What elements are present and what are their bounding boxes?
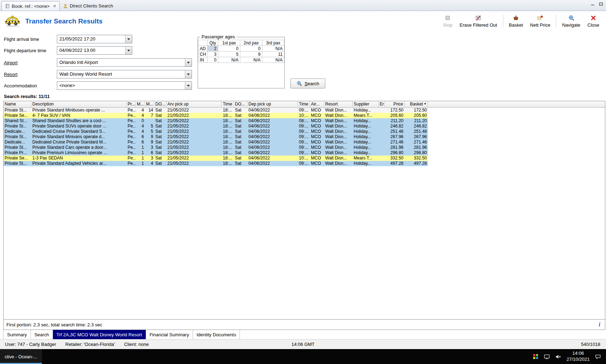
column-header-price-type[interactable]: Pr...	[127, 101, 136, 107]
result-row[interactable]: Private St...Private Standard Minivans o…	[4, 134, 428, 140]
bottom-tab-search[interactable]: Search	[31, 330, 53, 339]
bottom-tab-summary[interactable]: Summary	[3, 330, 31, 339]
column-header-arv-dow[interactable]: DO...	[154, 101, 166, 107]
pax-cell[interactable]: N/A	[262, 46, 284, 51]
field-label-accommodation: Accommodation	[4, 83, 57, 88]
column-header-basket[interactable]: Basket▼	[404, 101, 428, 107]
close-button[interactable]: Close	[584, 14, 602, 29]
chevron-down-icon[interactable]	[185, 59, 192, 66]
form-field-flight-departure-time: Flight departure time04/06/2022 13:00	[4, 46, 132, 55]
result-row[interactable]: Private St...Private Standard Minibuses …	[4, 108, 428, 113]
pax-cell[interactable]: N/A	[240, 57, 262, 63]
field-label-airport[interactable]: Airport	[4, 60, 57, 65]
flight-arrival-time-combobox[interactable]: 21/05/2022 17:20	[57, 35, 132, 43]
airport-combobox[interactable]: Orlando Intl Airport	[57, 58, 192, 67]
volume-muted-tray-icon[interactable]	[555, 354, 561, 360]
column-header-price[interactable]: Price	[385, 101, 404, 107]
pax-cell[interactable]: 0	[208, 57, 218, 63]
column-header-arv-pick-up[interactable]: Arv pick up	[166, 101, 222, 107]
pax-cell[interactable]: 5	[218, 51, 240, 57]
pax-cell[interactable]: 9	[240, 51, 262, 57]
bottom-tab-identity-documents[interactable]: Identity Documents	[193, 330, 240, 339]
result-row[interactable]: Shared St...Shared Standard Shuttles are…	[4, 118, 428, 124]
pax-cell[interactable]: N/A	[262, 57, 284, 63]
pax-cell[interactable]: 11	[262, 51, 284, 57]
result-row[interactable]: Private St...Private Standard SUVs opera…	[4, 124, 428, 129]
pax-cell[interactable]: 3	[208, 51, 218, 57]
column-header-min-pax[interactable]: M...	[136, 101, 145, 107]
cell-basket: 497.28	[404, 161, 428, 166]
pax-cell[interactable]: 2	[208, 46, 218, 51]
column-header-dep-pick-up[interactable]: Dep pick up	[247, 101, 298, 107]
column-header-er[interactable]: Er	[379, 101, 385, 107]
cell-supplier: Holiday...	[353, 150, 379, 156]
chevron-down-icon[interactable]	[125, 35, 132, 43]
accommodation-combobox[interactable]: <none>	[57, 81, 192, 90]
column-header-description[interactable]: Description	[31, 101, 127, 107]
cell-er	[379, 118, 385, 124]
cell-er	[379, 129, 385, 134]
chevron-down-icon[interactable]	[185, 70, 192, 78]
column-header-dep-time[interactable]: Time	[298, 101, 310, 107]
navigate-button[interactable]: Navigate	[559, 14, 583, 29]
column-header-label: Time	[223, 102, 232, 107]
result-row[interactable]: Dedicate...Dedicated Cruise Private Stan…	[4, 140, 428, 145]
column-header-label: DO...	[155, 102, 165, 107]
pax-cell[interactable]: N/A	[218, 57, 240, 63]
chevron-down-icon[interactable]	[125, 47, 132, 54]
cell-supplier: Holiday...	[353, 161, 379, 166]
cell-max-pax: 3	[145, 156, 154, 161]
cell-resort: Walt Disn...	[324, 113, 353, 118]
navigate-icon	[568, 15, 574, 21]
column-header-dep-dow[interactable]: DO...	[234, 101, 247, 107]
window-maximize-button[interactable]	[599, 2, 603, 6]
column-header-filler	[428, 101, 605, 107]
pax-cell[interactable]: 0	[240, 46, 262, 51]
cell-basket: 172.50	[404, 108, 428, 113]
info-icon[interactable]: i	[599, 321, 600, 328]
column-header-supplier[interactable]: Supplier	[353, 101, 379, 107]
taskbar-app-button[interactable]: ctive - Ocean-...	[0, 349, 42, 364]
cell-basket: 281.96	[404, 145, 428, 150]
tab-label: Direct Clients Search	[70, 3, 113, 9]
chevron-down-icon[interactable]	[185, 82, 192, 89]
cell-name: Shared St...	[4, 118, 31, 124]
bottom-tab-financial-summary[interactable]: Financial Summary	[146, 330, 193, 339]
result-row[interactable]: Private Se...1-3 Pax SEDANPe...13Sat21/0…	[4, 156, 428, 161]
erase-filtered-out-button[interactable]: Erase Filtered Out	[456, 14, 500, 29]
stop-icon	[445, 15, 451, 21]
results-table-body: Private St...Private Standard Minibuses …	[4, 108, 605, 319]
cell-dep-dow: Sat	[234, 134, 247, 140]
resort-combobox[interactable]: Walt Disney World Resort	[57, 70, 192, 78]
taskbar-clock[interactable]: 14:06 27/10/2021	[567, 351, 590, 363]
window-minimize-button[interactable]	[590, 2, 595, 6]
basket-button[interactable]: Basket	[506, 14, 526, 29]
document-tab-book-ref-none[interactable]: Book. ref.: <none>✕	[1, 1, 60, 11]
notification-bubble-icon[interactable]	[595, 354, 601, 360]
cell-supplier: Holiday...	[353, 134, 379, 140]
column-header-name[interactable]: Name	[4, 101, 31, 107]
result-row[interactable]: Private St...Private Standard Adapted Ve…	[4, 161, 428, 166]
column-header-resort[interactable]: Resort	[324, 101, 353, 107]
flight-departure-time-combobox[interactable]: 04/06/2022 13:00	[57, 46, 132, 55]
cell-max-pax: 9	[145, 140, 154, 145]
column-header-arv-time[interactable]: Time	[222, 101, 234, 107]
column-header-max-pax[interactable]: M...	[145, 101, 154, 107]
result-row[interactable]: Private Se...4- 7 Pax SUV / VANPe...47Sa…	[4, 113, 428, 118]
tab-close-icon[interactable]: ✕	[53, 4, 56, 9]
combobox-value: Orlando Intl Airport	[57, 59, 185, 66]
dropdown-triangle	[187, 85, 190, 87]
result-row[interactable]: Dedicate...Dedicated Cruise Private Stan…	[4, 129, 428, 134]
cell-dep-dow: Sat	[234, 124, 247, 129]
field-label-resort[interactable]: Resort	[4, 72, 57, 77]
nett-price-button[interactable]: Nett Price	[527, 14, 553, 29]
pax-cell[interactable]: 0	[218, 46, 240, 51]
search-button[interactable]: Search	[290, 78, 325, 88]
result-row[interactable]: Private St...Private Standard Cars opera…	[4, 145, 428, 150]
bottom-tab-trf-2a-3c-mco-walt-disney-world-resort[interactable]: Trf 2A,3C MCO Walt Disney World Resort	[53, 330, 146, 339]
column-header-airport[interactable]: Air...	[310, 101, 324, 107]
result-row[interactable]: Private Pr...Private Premium Limousines …	[4, 150, 428, 156]
colored-grid-tray-icon[interactable]	[533, 354, 538, 359]
document-tab-direct-clients-search[interactable]: Direct Clients Search	[60, 1, 116, 11]
monitor-tray-icon[interactable]	[544, 354, 550, 360]
